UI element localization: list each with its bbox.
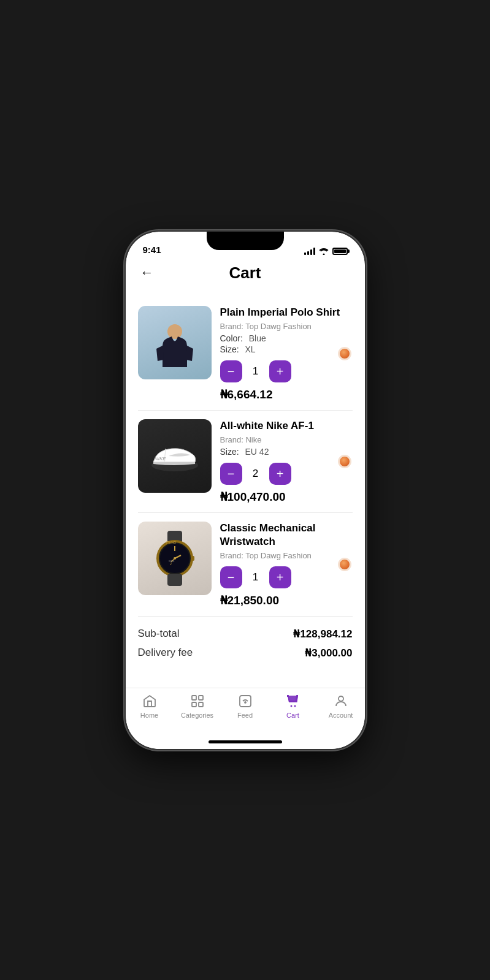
feed-icon: [237, 693, 253, 709]
cart-content[interactable]: Plain Imperial Polo Shirt Brand: Top Daw…: [126, 291, 365, 688]
item-name-polo: Plain Imperial Polo Shirt: [220, 306, 353, 319]
subtotal-value: ₦128,984.12: [293, 628, 352, 640]
subtotal-row: Sub-total ₦128,984.12: [138, 628, 353, 640]
item-price-polo: ₦6,664.12: [220, 387, 353, 401]
item-name-watch: Classic Mechanical Wristwatch: [220, 522, 353, 549]
nav-label-home: Home: [140, 712, 158, 719]
item-image-watch: ITLING WED 2: [138, 522, 212, 595]
home-indicator-bar: [209, 740, 282, 743]
phone-frame: 9:41 ← Cart: [126, 232, 365, 749]
qty-decrease-nike[interactable]: −: [220, 463, 242, 485]
back-button[interactable]: ←: [138, 262, 156, 283]
nike-image-placeholder: NIKE: [138, 419, 212, 493]
svg-rect-11: [167, 574, 182, 586]
qty-increase-nike[interactable]: +: [269, 463, 291, 485]
battery-icon: [332, 248, 348, 255]
cart-item-watch: ITLING WED 2 Classic Mechanical Wristwat…: [126, 513, 365, 616]
qty-value-watch: 1: [251, 571, 261, 583]
item-color-polo: Color: Blue: [220, 333, 353, 343]
delivery-row: Delivery fee ₦3,000.00: [138, 647, 353, 659]
item-select-polo[interactable]: [337, 346, 353, 362]
nav-item-home[interactable]: Home: [131, 693, 168, 719]
signal-icon: [304, 248, 315, 255]
delivery-value: ₦3,000.00: [305, 647, 352, 659]
item-details-watch: Classic Mechanical Wristwatch Brand: Top…: [220, 522, 353, 607]
status-time: 9:41: [143, 245, 161, 255]
qty-increase-watch[interactable]: +: [269, 566, 291, 588]
qty-row-watch: − 1 +: [220, 566, 353, 588]
svg-point-22: [294, 705, 296, 707]
nav-label-feed: Feed: [237, 712, 253, 719]
qty-row-polo: − 1 +: [220, 360, 353, 382]
bottom-navigation: Home Categories: [126, 688, 365, 735]
svg-rect-10: [191, 556, 194, 561]
qty-decrease-polo[interactable]: −: [220, 360, 242, 382]
svg-point-23: [339, 696, 343, 701]
notch: [207, 232, 284, 250]
svg-rect-15: [192, 696, 196, 700]
item-image-polo: [138, 306, 212, 379]
watch-image-placeholder: ITLING WED 2: [138, 522, 212, 595]
svg-rect-16: [199, 696, 203, 700]
qty-increase-polo[interactable]: +: [269, 360, 291, 382]
cart-item-nike: NIKE All-white Nike AF-1 Brand: Nike Siz…: [126, 411, 365, 512]
svg-text:NIKE: NIKE: [155, 456, 166, 462]
categories-icon: [189, 693, 205, 709]
cart-summary: Sub-total ₦128,984.12 Delivery fee ₦3,00…: [126, 617, 365, 670]
polo-image-placeholder: [138, 306, 212, 379]
status-icons: [304, 248, 348, 255]
nav-item-categories[interactable]: Categories: [179, 693, 216, 719]
item-price-watch: ₦21,850.00: [220, 593, 353, 607]
qty-row-nike: − 2 +: [220, 463, 353, 485]
qty-value-polo: 1: [251, 365, 261, 378]
nav-label-account: Account: [329, 712, 353, 719]
svg-rect-18: [199, 702, 203, 707]
item-size-polo: Size: XL: [220, 344, 353, 354]
delivery-label: Delivery fee: [138, 647, 193, 659]
svg-rect-19: [240, 696, 251, 707]
item-size-nike: Size: EU 42: [220, 447, 353, 457]
home-icon: [142, 693, 158, 709]
page-header: ← Cart: [126, 259, 365, 291]
svg-text:2: 2: [170, 562, 172, 566]
item-brand-nike: Brand: Nike: [220, 435, 353, 444]
phone-screen: 9:41 ← Cart: [126, 232, 365, 749]
item-price-nike: ₦100,470.00: [220, 490, 353, 504]
item-select-watch[interactable]: [337, 556, 353, 572]
qty-value-nike: 2: [251, 468, 261, 480]
item-image-nike: NIKE: [138, 419, 212, 493]
item-select-nike[interactable]: [337, 454, 353, 469]
item-name-nike: All-white Nike AF-1: [220, 419, 353, 433]
cart-item-polo: Plain Imperial Polo Shirt Brand: Top Daw…: [126, 297, 365, 410]
home-indicator: [126, 735, 365, 749]
nav-item-feed[interactable]: Feed: [227, 693, 264, 719]
nav-item-account[interactable]: Account: [323, 693, 359, 719]
item-brand-polo: Brand: Top Dawg Fashion: [220, 322, 353, 331]
svg-point-0: [167, 324, 182, 339]
svg-rect-17: [192, 702, 196, 707]
nav-label-cart: Cart: [286, 712, 299, 719]
item-details-nike: All-white Nike AF-1 Brand: Nike Size: EU…: [220, 419, 353, 504]
page-title: Cart: [229, 264, 261, 283]
item-brand-watch: Brand: Top Dawg Fashion: [220, 551, 353, 560]
svg-point-20: [245, 702, 246, 703]
svg-point-21: [290, 705, 292, 707]
nav-item-cart[interactable]: Cart: [275, 693, 312, 719]
nav-label-categories: Categories: [181, 712, 213, 719]
svg-text:ITLING: ITLING: [166, 541, 176, 544]
item-details-polo: Plain Imperial Polo Shirt Brand: Top Daw…: [220, 306, 353, 401]
wifi-icon: [319, 248, 329, 255]
qty-decrease-watch[interactable]: −: [220, 566, 242, 588]
account-icon: [333, 693, 349, 709]
subtotal-label: Sub-total: [138, 628, 180, 640]
cart-icon: [285, 693, 301, 709]
